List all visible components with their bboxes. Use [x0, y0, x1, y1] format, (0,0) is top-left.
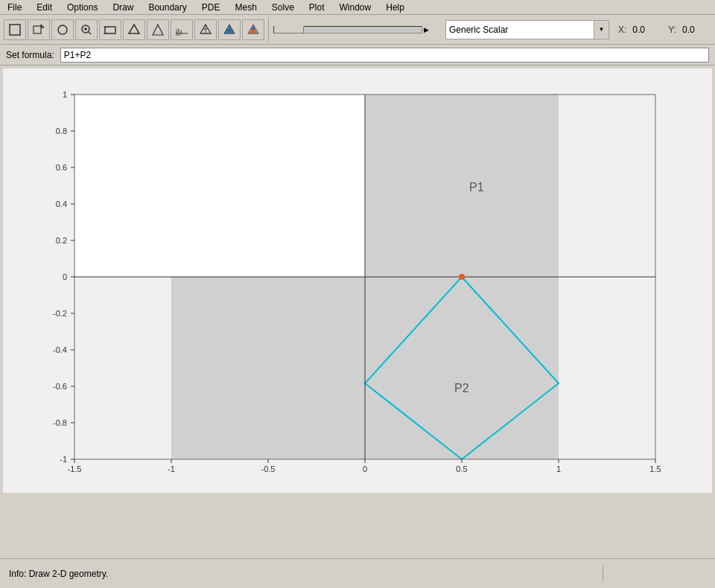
dropdown-arrow[interactable]: ▼ — [594, 20, 609, 39]
mesh-button[interactable] — [194, 19, 217, 40]
menu-mesh[interactable]: Mesh — [230, 1, 261, 13]
scalar-dropdown[interactable]: Generic Scalar — [445, 20, 594, 39]
scalar-dropdown-container: Generic Scalar ▼ — [445, 20, 609, 39]
menu-plot[interactable]: Plot — [305, 1, 329, 13]
geometry-plot: P1 P2 -1.5 -1 -0.5 0 0.5 1 1 — [30, 80, 685, 482]
svg-text:0.6: 0.6 — [56, 163, 67, 172]
polygon-tool[interactable] — [123, 19, 145, 40]
menu-window[interactable]: Window — [335, 1, 376, 13]
status-bar: Info: Draw 2-D geometry. — [0, 558, 715, 588]
menu-solve[interactable]: Solve — [267, 1, 299, 13]
formula-bar: Set formula: — [0, 45, 715, 65]
svg-marker-14 — [153, 25, 163, 35]
svg-text:-0.2: -0.2 — [53, 309, 67, 318]
coord-display: X: 0.0 Y: 0.0 — [618, 25, 712, 35]
zoom-in-button[interactable] — [75, 19, 98, 40]
svg-text:0: 0 — [363, 464, 367, 473]
menu-bar: File Edit Options Draw Boundary PDE Mesh… — [0, 0, 715, 15]
svg-text:∂x²: ∂x² — [176, 32, 182, 36]
ellipse-tool[interactable] — [51, 19, 74, 40]
formula-input[interactable] — [60, 48, 709, 63]
svg-text:-1: -1 — [168, 464, 175, 473]
menu-draw[interactable]: Draw — [108, 1, 138, 13]
rect-tool[interactable] — [99, 19, 121, 40]
formula-label: Set formula: — [6, 50, 54, 60]
menu-options[interactable]: Options — [63, 1, 102, 13]
p2-label: P2 — [454, 382, 469, 394]
y-value: 0.0 — [682, 25, 712, 35]
svg-text:-1.5: -1.5 — [68, 464, 82, 473]
svg-rect-0 — [10, 25, 20, 35]
triangle-tool[interactable] — [147, 19, 169, 40]
svg-text:-0.8: -0.8 — [53, 418, 67, 427]
plot-area[interactable]: P1 P2 -1.5 -1 -0.5 0 0.5 1 1 — [3, 68, 712, 493]
svg-text:0.2: 0.2 — [56, 236, 67, 245]
svg-text:0.8: 0.8 — [56, 127, 67, 135]
svg-text:0.4: 0.4 — [56, 199, 67, 208]
svg-text:-0.5: -0.5 — [261, 464, 276, 473]
svg-marker-13 — [129, 25, 139, 33]
open-button[interactable] — [28, 19, 50, 40]
svg-text:-0.4: -0.4 — [53, 345, 67, 354]
pde-button[interactable]: ∂u ∂x² — [171, 19, 193, 40]
svg-point-5 — [58, 25, 67, 34]
svg-text:-0.6: -0.6 — [53, 382, 67, 391]
menu-edit[interactable]: Edit — [32, 1, 57, 13]
p1-label: P1 — [469, 181, 484, 194]
svg-rect-1 — [34, 26, 41, 33]
new-button[interactable] — [4, 19, 26, 40]
toolbar-scroll: ▶ — [272, 26, 442, 33]
scroll-right-arrow[interactable]: ▶ — [424, 26, 429, 33]
y-label: Y: — [668, 25, 676, 35]
svg-text:0: 0 — [63, 272, 67, 281]
background-white — [74, 95, 365, 277]
menu-boundary[interactable]: Boundary — [144, 1, 191, 13]
x-label: X: — [618, 25, 626, 35]
p2-top-vertex — [459, 274, 465, 280]
status-text: Info: Draw 2-D geometry. — [0, 566, 603, 582]
toolbar: ∂u ∂x² — [0, 15, 715, 45]
svg-line-9 — [89, 32, 91, 34]
plot-button[interactable] — [242, 19, 264, 40]
menu-help[interactable]: Help — [381, 1, 409, 13]
menu-file[interactable]: File — [3, 1, 26, 13]
svg-rect-10 — [105, 27, 115, 33]
x-value: 0.0 — [632, 25, 662, 35]
solve-button[interactable] — [218, 19, 241, 40]
menu-pde[interactable]: PDE — [197, 1, 225, 13]
svg-text:-1: -1 — [60, 455, 67, 464]
toolbar-draw-group: ∂u ∂x² — [3, 17, 269, 42]
svg-text:1: 1 — [556, 464, 561, 473]
svg-text:1: 1 — [63, 90, 67, 99]
svg-text:0.5: 0.5 — [456, 464, 467, 473]
svg-text:1.5: 1.5 — [649, 464, 661, 473]
p1-rect — [365, 95, 559, 277]
